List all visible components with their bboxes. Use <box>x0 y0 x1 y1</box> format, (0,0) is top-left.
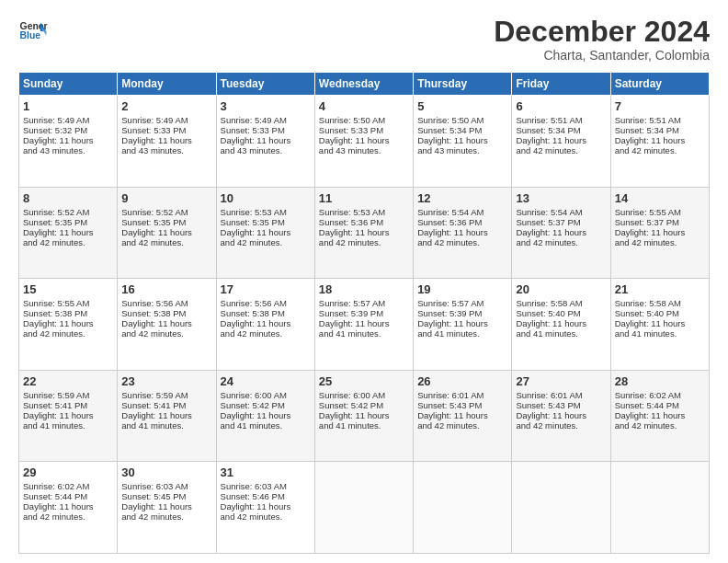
day-info: Daylight: 11 hours <box>121 227 211 237</box>
col-thursday: Thursday <box>414 73 512 96</box>
day-number: 20 <box>516 282 606 296</box>
calendar-cell: 20Sunrise: 5:58 AMSunset: 5:40 PMDayligh… <box>512 279 610 371</box>
day-info: Daylight: 11 hours <box>417 227 507 237</box>
day-info: Sunset: 5:44 PM <box>23 491 113 501</box>
day-info: Daylight: 11 hours <box>417 318 507 328</box>
day-info: Sunrise: 6:02 AM <box>23 481 113 491</box>
day-info: Daylight: 11 hours <box>121 318 211 328</box>
day-info: and 42 minutes. <box>23 328 113 339</box>
day-info: Sunset: 5:40 PM <box>615 308 705 318</box>
day-info: Sunset: 5:37 PM <box>516 217 606 227</box>
day-info: and 41 minutes. <box>319 328 409 339</box>
calendar-cell: 23Sunrise: 5:59 AMSunset: 5:41 PMDayligh… <box>118 370 216 462</box>
day-info: Sunrise: 5:59 AM <box>23 390 113 400</box>
week-row-5: 29Sunrise: 6:02 AMSunset: 5:44 PMDayligh… <box>19 462 710 554</box>
location: Charta, Santander, Colombia <box>494 48 710 63</box>
day-number: 28 <box>615 374 705 388</box>
day-info: and 42 minutes. <box>121 328 211 339</box>
day-info: Sunset: 5:34 PM <box>615 125 705 135</box>
day-number: 4 <box>319 99 409 113</box>
calendar-cell: 4Sunrise: 5:50 AMSunset: 5:33 PMDaylight… <box>314 96 413 188</box>
page: General Blue December 2024 Charta, Santa… <box>0 0 728 563</box>
calendar-cell <box>314 462 413 554</box>
day-info: Sunrise: 6:02 AM <box>615 390 705 400</box>
day-number: 7 <box>615 99 705 113</box>
day-info: Sunset: 5:36 PM <box>319 217 409 227</box>
day-info: Daylight: 11 hours <box>23 227 113 237</box>
day-info: Sunset: 5:33 PM <box>121 125 211 135</box>
day-info: Daylight: 11 hours <box>23 501 113 511</box>
day-info: Daylight: 11 hours <box>221 135 311 145</box>
day-info: Sunrise: 5:58 AM <box>516 298 606 308</box>
calendar-cell <box>512 462 610 554</box>
calendar-cell: 2Sunrise: 5:49 AMSunset: 5:33 PMDaylight… <box>118 96 216 188</box>
day-info: Sunrise: 5:59 AM <box>121 390 211 400</box>
day-number: 21 <box>615 282 705 296</box>
title-block: December 2024 Charta, Santander, Colombi… <box>494 17 710 63</box>
day-info: Daylight: 11 hours <box>615 410 705 420</box>
day-info: Daylight: 11 hours <box>516 318 606 328</box>
day-info: Sunrise: 5:54 AM <box>516 207 606 217</box>
day-info: and 42 minutes. <box>23 511 113 522</box>
day-number: 24 <box>221 374 311 388</box>
day-info: Sunrise: 6:03 AM <box>121 481 211 491</box>
calendar-cell: 29Sunrise: 6:02 AMSunset: 5:44 PMDayligh… <box>19 462 118 554</box>
day-number: 9 <box>121 191 211 205</box>
day-info: Sunset: 5:39 PM <box>417 308 507 318</box>
day-info: Daylight: 11 hours <box>615 135 705 145</box>
day-info: and 41 minutes. <box>23 420 113 431</box>
day-number: 29 <box>23 465 113 479</box>
svg-text:Blue: Blue <box>20 30 41 40</box>
day-info: and 42 minutes. <box>221 511 311 522</box>
day-info: and 42 minutes. <box>516 420 606 431</box>
day-info: Sunset: 5:45 PM <box>121 491 211 501</box>
day-number: 30 <box>121 465 211 479</box>
day-info: and 42 minutes. <box>615 420 705 431</box>
week-row-4: 22Sunrise: 5:59 AMSunset: 5:41 PMDayligh… <box>19 370 710 462</box>
calendar-cell <box>610 462 709 554</box>
calendar-cell: 12Sunrise: 5:54 AMSunset: 5:36 PMDayligh… <box>414 187 512 279</box>
col-wednesday: Wednesday <box>314 73 413 96</box>
day-info: Daylight: 11 hours <box>516 135 606 145</box>
calendar-cell: 18Sunrise: 5:57 AMSunset: 5:39 PMDayligh… <box>314 279 413 371</box>
day-info: Sunset: 5:41 PM <box>23 400 113 410</box>
calendar-cell: 31Sunrise: 6:03 AMSunset: 5:46 PMDayligh… <box>216 462 314 554</box>
day-info: Sunset: 5:33 PM <box>319 125 409 135</box>
day-info: Sunset: 5:36 PM <box>417 217 507 227</box>
day-number: 16 <box>121 282 211 296</box>
day-info: Sunset: 5:33 PM <box>221 125 311 135</box>
day-info: Sunrise: 5:53 AM <box>221 207 311 217</box>
day-info: and 42 minutes. <box>121 511 211 522</box>
col-monday: Monday <box>118 73 216 96</box>
day-info: and 43 minutes. <box>417 145 507 155</box>
day-info: Sunset: 5:35 PM <box>221 217 311 227</box>
day-number: 10 <box>221 191 311 205</box>
day-info: Sunrise: 5:58 AM <box>615 298 705 308</box>
day-info: Sunset: 5:38 PM <box>23 308 113 318</box>
day-info: Daylight: 11 hours <box>221 318 311 328</box>
col-tuesday: Tuesday <box>216 73 314 96</box>
day-info: Sunrise: 6:00 AM <box>221 390 311 400</box>
calendar-header-row: Sunday Monday Tuesday Wednesday Thursday… <box>19 73 710 96</box>
day-info: Sunset: 5:40 PM <box>516 308 606 318</box>
day-info: Daylight: 11 hours <box>23 318 113 328</box>
calendar-cell: 17Sunrise: 5:56 AMSunset: 5:38 PMDayligh… <box>216 279 314 371</box>
day-info: Sunrise: 5:49 AM <box>221 115 311 125</box>
day-number: 6 <box>516 99 606 113</box>
week-row-3: 15Sunrise: 5:55 AMSunset: 5:38 PMDayligh… <box>19 279 710 371</box>
day-info: and 42 minutes. <box>615 237 705 247</box>
day-number: 15 <box>23 282 113 296</box>
calendar-cell: 28Sunrise: 6:02 AMSunset: 5:44 PMDayligh… <box>610 370 709 462</box>
day-info: Daylight: 11 hours <box>221 227 311 237</box>
day-info: Daylight: 11 hours <box>319 410 409 420</box>
day-number: 22 <box>23 374 113 388</box>
day-info: and 42 minutes. <box>516 145 606 155</box>
day-info: Sunset: 5:38 PM <box>221 308 311 318</box>
day-number: 8 <box>23 191 113 205</box>
day-number: 26 <box>417 374 507 388</box>
day-number: 5 <box>417 99 507 113</box>
calendar-table: Sunday Monday Tuesday Wednesday Thursday… <box>18 72 710 554</box>
day-info: and 42 minutes. <box>615 145 705 155</box>
day-info: Sunset: 5:34 PM <box>516 125 606 135</box>
day-info: Sunrise: 5:49 AM <box>23 115 113 125</box>
